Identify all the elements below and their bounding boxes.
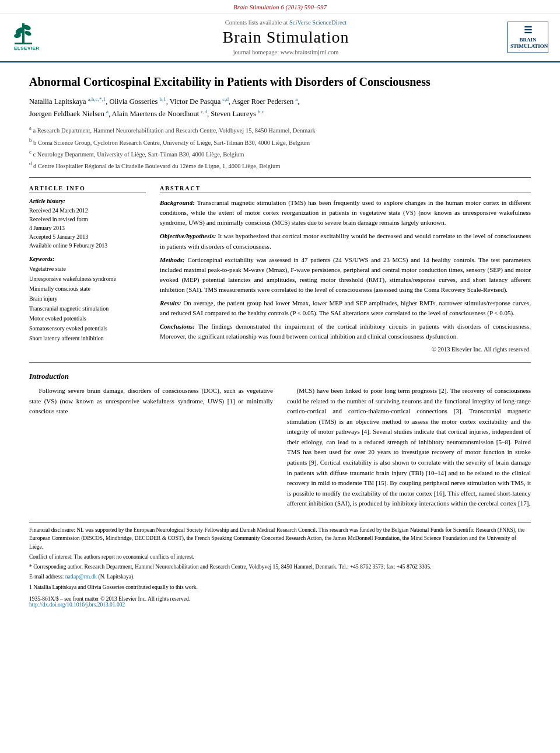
affiliations: a a Research Department, Hammel Neuroreh… [29, 124, 531, 170]
history-label: Article history: [29, 198, 146, 204]
keywords-label: Keywords: [29, 256, 146, 262]
affiliation-c: c c Neurology Department, University of … [29, 148, 531, 159]
abstract-conclusions: Conclusions: The findings demonstrated t… [160, 322, 531, 341]
keyword-2: Unresponsive wakefulness syndrome [29, 274, 146, 284]
article-title: Abnormal Corticospinal Excitability in P… [29, 74, 531, 89]
journal-citation: Brain Stimulation 6 (2013) 590–597 [0, 0, 560, 13]
journal-title: Brain Stimulation [64, 28, 508, 47]
brain-logo-line1: BRAIN [510, 37, 545, 44]
intro-text-left: Following severe brain damage, disorders… [29, 387, 273, 414]
conflict-of-interest: Conflict of interest: The authors report… [29, 553, 531, 561]
keyword-4: Brain injury [29, 294, 146, 304]
intro-para-left: Following severe brain damage, disorders… [29, 386, 273, 417]
abstract-methods: Methods: Corticospinal excitability was … [160, 255, 531, 295]
bottom-notice: 1935-861X/$ – see front matter © 2013 El… [29, 596, 531, 608]
footnote-1: 1 Natallia Lapitskaya and Olivia Gosseri… [29, 583, 531, 591]
intro-left-col: Following severe brain damage, disorders… [29, 386, 273, 513]
abstract-label: ABSTRACT [160, 185, 531, 193]
affiliation-a: a a Research Department, Hammel Neuroreh… [29, 124, 531, 135]
journal-center: Contents lists available at SciVerse Sci… [64, 19, 508, 55]
copyright: © 2013 Elsevier Inc. All rights reserved… [160, 346, 531, 353]
footnotes: Financial disclosure: NL was supported b… [29, 522, 531, 591]
abstract-results: Results: On average, the patient group h… [160, 298, 531, 318]
intro-para-right: (MCS) have been linked to poor long term… [287, 386, 531, 509]
journal-homepage: journal homepage: www.brainstimjrnl.com [64, 49, 508, 55]
author-laureys: Steven Laureys b,c [211, 110, 264, 118]
methods-text: Corticospinal excitability was assessed … [160, 256, 531, 293]
conclusions-text: The findings demonstrated the impairment… [160, 323, 531, 340]
received-date: Received 24 March 2012 [29, 206, 146, 215]
brain-logo-line2: STIMULATION [510, 43, 545, 50]
sciverse-line: Contents lists available at SciVerse Sci… [64, 19, 508, 26]
intro-right-col: (MCS) have been linked to poor long term… [287, 386, 531, 513]
issn-notice: 1935-861X/$ – see front matter © 2013 El… [29, 596, 531, 602]
brain-stimulation-logo: ☰ BRAIN STIMULATION [508, 22, 548, 53]
elsevier-logo: ELSEVIER [12, 20, 64, 55]
citation-text: Brain Stimulation 6 (2013) 590–597 [233, 4, 327, 11]
methods-label: Methods: [160, 256, 185, 263]
journal-header: ELSEVIER Contents lists available at Sci… [0, 13, 560, 62]
background-text: Transcranial magnetic stimulation (TMS) … [160, 199, 531, 226]
sciverse-link[interactable]: SciVerse ScienceDirect [289, 19, 346, 26]
doi-link[interactable]: http://dx.doi.org/10.1016/j.brs.2013.01.… [29, 602, 531, 608]
article-body: Abnormal Corticospinal Excitability in P… [0, 62, 560, 619]
financial-disclosure: Financial disclosure: NL was supported b… [29, 526, 531, 551]
keyword-1: Vegetative state [29, 264, 146, 274]
revised-date: 4 January 2013 [29, 224, 146, 232]
abstract-objective: Objective/hypothesis: It was hypothesize… [160, 231, 531, 251]
article-info-column: ARTICLE INFO Article history: Received 2… [29, 185, 146, 353]
abstract-background: Background: Transcranial magnetic stimul… [160, 198, 531, 228]
affiliation-b: b b Coma Science Group, Cyclotron Resear… [29, 137, 531, 147]
results-text: On average, the patient group had lower … [160, 299, 531, 316]
email-address: E-mail address: natlap@rm.dk (N. Lapitsk… [29, 573, 531, 581]
brain-logo-icon: ☰ [510, 25, 545, 37]
keyword-3: Minimally conscious state [29, 284, 146, 294]
abstract-column: ABSTRACT Background: Transcranial magnet… [160, 185, 531, 353]
email-suffix: (N. Lapitskaya). [99, 574, 135, 580]
background-label: Background: [160, 199, 195, 206]
article-info-label: ARTICLE INFO [29, 185, 146, 193]
authors: Natallia Lapitskaya a,b,c,*,1, Olivia Go… [29, 95, 531, 120]
accepted-date: Accepted 5 January 2013 [29, 232, 146, 241]
objective-label: Objective/hypothesis: [160, 232, 216, 239]
svg-point-5 [24, 30, 32, 36]
author-depasqua: Victor De Pasqua c,d [170, 97, 229, 106]
keyword-8: Short latency afferent inhibition [29, 333, 146, 343]
results-label: Results: [160, 299, 181, 306]
introduction-heading: Introduction [29, 372, 531, 381]
affiliation-d: d d Centre Hospitalier Régional de la Ci… [29, 160, 531, 170]
header-divider [29, 177, 531, 178]
sciverse-prefix: Contents lists available at [225, 19, 289, 26]
svg-rect-0 [15, 43, 32, 44]
keyword-6: Motor evoked potentials [29, 313, 146, 323]
keywords-list: Vegetative state Unresponsive wakefulnes… [29, 264, 146, 343]
keyword-5: Transcranial magnetic stimulation [29, 304, 146, 313]
email-label: E-mail address: [29, 574, 64, 580]
article-info-abstract: ARTICLE INFO Article history: Received 2… [29, 185, 531, 353]
intro-text-right: (MCS) have been linked to poor long term… [287, 387, 531, 507]
author-nielsen: Joergen Feldbaek Nielsen a [29, 110, 108, 118]
author-lapitskaya: Natallia Lapitskaya a,b,c,*,1 [29, 97, 106, 106]
introduction-section: Introduction Following severe brain dama… [29, 372, 531, 513]
email-link[interactable]: natlap@rm.dk [65, 574, 97, 580]
conclusions-label: Conclusions: [160, 323, 195, 330]
corresponding-author: * Corresponding author. Research Departm… [29, 563, 531, 571]
svg-text:ELSEVIER: ELSEVIER [14, 46, 40, 51]
author-pedersen: Asger Roer Pedersen a [232, 97, 298, 106]
body-divider [29, 362, 531, 362]
available-date: Available online 9 Feburary 2013 [29, 241, 146, 250]
author-maertens: Alain Maertens de Noordhout c,d [112, 110, 208, 118]
keyword-7: Somatosensory evoked potentials [29, 323, 146, 333]
introduction-body: Following severe brain damage, disorders… [29, 386, 531, 513]
abstract-text: Background: Transcranial magnetic stimul… [160, 198, 531, 341]
author-gosseries: Olivia Gosseries b,1 [109, 97, 166, 106]
received-revised-label: Received in revised form [29, 215, 146, 224]
